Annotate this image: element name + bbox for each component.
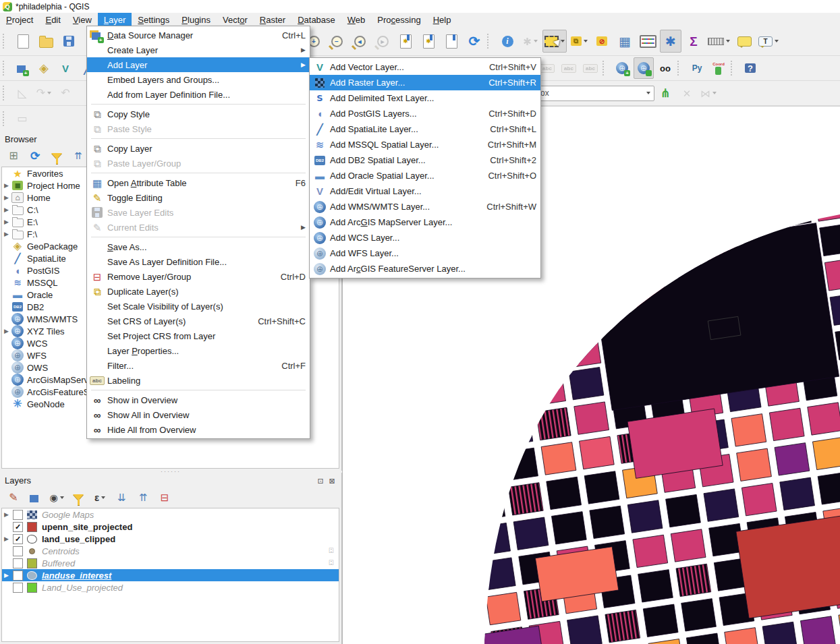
toolbar-handle[interactable] xyxy=(3,86,9,100)
deselect-features[interactable]: ⊘ xyxy=(591,30,613,53)
menu-item-open-attribute-table[interactable]: ▦Open Attribute TableF6 xyxy=(87,175,310,190)
new-geopackage-layer[interactable]: ◈ xyxy=(34,57,54,79)
open-layer-styling[interactable]: ✎ xyxy=(3,488,24,508)
toolbar-handle[interactable] xyxy=(731,61,737,76)
menubar-item-raster[interactable]: Raster xyxy=(254,13,291,27)
menu-item-add-arcgis-mapserver-layer[interactable]: ⊕Add ArcGIS MapServer Layer... xyxy=(310,214,540,230)
refresh-map[interactable]: ⟳ xyxy=(464,30,485,53)
layer-row[interactable]: ▶Google Maps xyxy=(2,508,339,521)
label-toolbar-3[interactable]: abc xyxy=(580,57,600,79)
new-shapefile-layer[interactable]: V xyxy=(55,57,76,79)
refresh-browser[interactable]: ⟳ xyxy=(25,146,45,166)
menu-item-add-virtual-layer[interactable]: VAdd/Edit Virtual Layer... xyxy=(310,183,540,199)
expand-arrow-icon[interactable]: ▶ xyxy=(2,511,11,518)
menu-item-add-wfs-layer[interactable]: ⊕Add WFS Layer... xyxy=(310,245,540,261)
menu-item-add-mssql-layer[interactable]: ≋Add MSSQL Spatial Layer...Ctrl+Shift+M xyxy=(310,137,540,152)
float-panel-button[interactable]: ⊡ xyxy=(316,477,325,486)
menu-item-copy-style[interactable]: ⧉Copy Style xyxy=(87,107,310,121)
layer-row[interactable]: Centroids⍠ xyxy=(2,545,339,557)
open-attribute-table[interactable]: ▦ xyxy=(614,30,636,53)
menu-item-add-from-definition[interactable]: Add from Layer Definition File... xyxy=(87,87,310,102)
select-features-by-value[interactable]: ⧉ xyxy=(568,30,590,53)
statistical-summary-abacus[interactable] xyxy=(637,30,659,53)
expand-arrow-icon[interactable]: ▶ xyxy=(2,206,11,213)
menu-item-paste-layer-group[interactable]: ⧉Paste Layer/Group xyxy=(87,156,310,171)
menubar-item-layer[interactable]: Layer xyxy=(98,13,132,27)
menu-item-add-wms-layer[interactable]: ⊕Add WMS/WMTS Layer...Ctrl+Shift+W xyxy=(310,199,540,214)
coordinate-capture[interactable]: Coord xyxy=(708,57,729,79)
menu-item-create-layer[interactable]: Create Layer▶ xyxy=(87,42,310,57)
menu-item-paste-style[interactable]: ⧉Paste Style xyxy=(87,121,310,136)
expand-arrow-icon[interactable]: ▶ xyxy=(2,572,11,579)
select-features-rectangle[interactable] xyxy=(542,30,567,53)
run-feature-action[interactable]: ✱ xyxy=(520,30,541,53)
collapse-all-browser[interactable]: ⇈ xyxy=(68,146,88,166)
show-spatial-bookmarks[interactable]: ✱ xyxy=(418,30,439,53)
menu-item-current-edits[interactable]: ✎Current Edits▶ xyxy=(87,220,310,235)
menu-item-show-in-overview[interactable]: ∞Show in Overview xyxy=(87,392,310,407)
label-toolbar-2[interactable]: abc xyxy=(559,57,579,79)
menu-item-add-delimited-text-layer[interactable]: 𝗦Add Delimited Text Layer... xyxy=(310,90,540,106)
open-project[interactable] xyxy=(35,30,57,53)
filter-legend[interactable] xyxy=(68,488,88,508)
processing-toolbox[interactable]: ✱ xyxy=(660,30,681,53)
expand-arrow-icon[interactable]: ▶ xyxy=(2,328,11,334)
cad-tools[interactable]: ◺ xyxy=(12,82,32,104)
menubar-item-help[interactable]: Help xyxy=(427,13,457,27)
menu-item-show-all-in-overview[interactable]: ∞Show All in Overview xyxy=(87,407,310,422)
menu-item-add-arcgis-featureserver-layer[interactable]: ⊕Add ArcGIS FeatureServer Layer... xyxy=(310,261,540,276)
layer-row[interactable]: Buffered⍠ xyxy=(2,557,339,569)
rotate-feature[interactable]: ↶ xyxy=(55,82,76,104)
zoom-next[interactable]: ▸ xyxy=(372,30,393,53)
menubar-item-view[interactable]: View xyxy=(67,13,98,27)
layer-checkbox[interactable] xyxy=(13,558,23,568)
menu-item-toggle-editing[interactable]: ✎Toggle Editing xyxy=(87,190,310,205)
zoom-last[interactable]: ◂ xyxy=(349,30,370,53)
menu-item-layer-properties[interactable]: Layer Properties... xyxy=(87,343,310,358)
collapse-all-layers[interactable]: ⇈ xyxy=(133,488,153,508)
layer-checkbox[interactable] xyxy=(13,570,23,581)
remove-layer[interactable]: ⊟ xyxy=(155,488,175,508)
toolbar-handle[interactable] xyxy=(3,61,9,76)
menubar-item-settings[interactable]: Settings xyxy=(132,13,175,27)
menu-item-add-raster-layer[interactable]: Add Raster Layer...Ctrl+Shift+R xyxy=(310,75,540,90)
layer-row[interactable]: ✓upenn_site_projected xyxy=(2,521,339,533)
show-bookmarks-panel[interactable] xyxy=(441,30,462,53)
expand-arrow-icon[interactable]: ▶ xyxy=(2,535,11,542)
identify-features[interactable]: i xyxy=(497,30,518,53)
menu-item-copy-layer[interactable]: ⧉Copy Layer xyxy=(87,141,310,156)
menu-item-embed-layers[interactable]: Embed Layers and Groups... xyxy=(87,72,310,87)
python-console[interactable]: Py xyxy=(687,57,707,79)
menu-item-add-oracle-layer[interactable]: ▬Add Oracle Spatial Layer...Ctrl+Shift+O xyxy=(310,168,540,183)
menu-item-set-project-crs[interactable]: Set Project CRS from Layer xyxy=(87,328,310,343)
manage-map-themes[interactable]: ◉ xyxy=(47,488,67,508)
help-contents[interactable]: ? xyxy=(740,57,760,79)
toolbar-handle[interactable] xyxy=(487,34,493,49)
expand-arrow-icon[interactable]: ▶ xyxy=(2,218,11,225)
layer-row[interactable]: Land_Use_projected xyxy=(2,581,339,593)
layer-row[interactable]: ▶✓land_use_clipped xyxy=(2,533,339,545)
expand-arrow-icon[interactable]: ▶ xyxy=(2,182,11,189)
show-statistical-summary[interactable]: Σ xyxy=(683,30,704,53)
geocoder-search[interactable]: ⊕ xyxy=(634,57,654,79)
vertex-tool-all[interactable]: ✕ xyxy=(677,82,697,104)
vertex-tool-active[interactable]: ⋈ xyxy=(698,82,719,104)
menubar-item-plugins[interactable]: Plugins xyxy=(175,13,217,27)
layer-checkbox[interactable] xyxy=(13,546,23,556)
menu-item-add-vector-layer[interactable]: VAdd Vector Layer...Ctrl+Shift+V xyxy=(310,59,540,75)
menubar-item-web[interactable]: Web xyxy=(341,13,372,27)
expand-arrow-icon[interactable]: ▶ xyxy=(2,231,11,237)
open-data-source-manager[interactable] xyxy=(12,57,32,79)
menu-item-save-as[interactable]: Save As... xyxy=(87,239,310,254)
layer-checkbox[interactable]: ✓ xyxy=(13,534,23,544)
menubar-item-edit[interactable]: Edit xyxy=(39,13,66,27)
menu-item-set-scale-visibility[interactable]: Set Scale Visibility of Layer(s) xyxy=(87,299,310,314)
filter-browser[interactable] xyxy=(47,146,67,166)
expand-all-layers[interactable]: ⇊ xyxy=(111,488,132,508)
measure-line[interactable] xyxy=(706,30,732,53)
menubar-item-processing[interactable]: Processing xyxy=(371,13,426,27)
menu-item-save-as-definition[interactable]: Save As Layer Definition File... xyxy=(87,254,310,269)
new-spatial-bookmark[interactable]: ✱ xyxy=(395,30,416,53)
menu-item-add-postgis-layers[interactable]: ◖Add PostGIS Layers...Ctrl+Shift+D xyxy=(310,106,540,121)
move-feature[interactable]: ↷ xyxy=(34,82,54,104)
